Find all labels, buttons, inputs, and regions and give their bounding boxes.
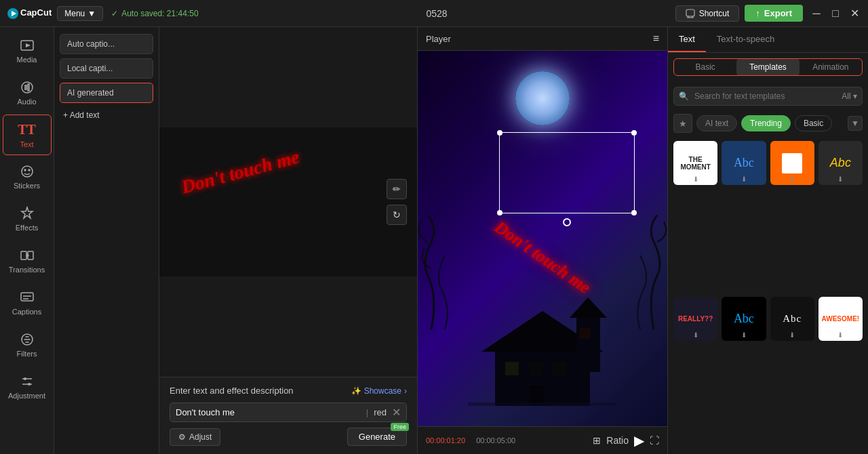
local-caption-button[interactable]: Local capti... bbox=[60, 58, 153, 79]
template-grid: THEMOMENT ⬇ Abc ⬇ ⬇ Abc ⬇ REALLY?? ⬇ bbox=[668, 136, 868, 454]
svg-rect-14 bbox=[21, 293, 33, 301]
template-6-download[interactable]: ⬇ bbox=[741, 331, 747, 339]
template-2-download[interactable]: ⬇ bbox=[741, 176, 747, 183]
ratio-button[interactable]: Ratio bbox=[606, 435, 629, 446]
template-3-download[interactable]: ⬇ bbox=[789, 176, 795, 183]
template-item-3[interactable]: ⬇ bbox=[770, 141, 814, 185]
tool-media[interactable]: Media bbox=[3, 30, 52, 71]
more-filters-button[interactable]: ▼ bbox=[848, 116, 863, 131]
template-7-download[interactable]: ⬇ bbox=[789, 331, 795, 339]
window-controls: ─ □ ✕ bbox=[810, 7, 861, 20]
filter-basic[interactable]: Basic bbox=[795, 115, 832, 131]
topbar: CapCut Menu ▼ ✓ Auto saved: 21:44:50 052… bbox=[0, 0, 868, 27]
search-input[interactable] bbox=[673, 87, 863, 106]
generate-title: Enter text and effect description bbox=[170, 386, 294, 396]
selection-handle-tl[interactable] bbox=[497, 130, 502, 136]
canvas-refresh-button[interactable]: ↻ bbox=[387, 205, 407, 225]
tool-stickers[interactable]: Stickers bbox=[3, 157, 52, 197]
svg-point-9 bbox=[22, 166, 33, 177]
showcase-link[interactable]: ✨ Showcase › bbox=[351, 386, 407, 396]
tab-animation[interactable]: Animation bbox=[800, 59, 862, 75]
main-area: Media Audio TT Text Stickers Effects Tra… bbox=[0, 27, 868, 454]
tool-adjustment[interactable]: Adjustment bbox=[3, 367, 52, 407]
horror-background: Don't touch me bbox=[418, 51, 667, 426]
template-item-7[interactable]: Abc ⬇ bbox=[770, 297, 814, 341]
adjust-button[interactable]: ⚙ Adjust bbox=[170, 428, 220, 446]
selection-rotate-handle[interactable] bbox=[563, 218, 571, 226]
tool-transitions[interactable]: Transitions bbox=[3, 241, 52, 281]
generate-color-input: red bbox=[374, 407, 387, 417]
player-header: Player ≡ bbox=[418, 27, 667, 51]
total-time: 00:00:05:00 bbox=[476, 436, 515, 445]
tab-templates[interactable]: Templates bbox=[736, 59, 799, 75]
svg-rect-26 bbox=[505, 362, 519, 375]
tab-tts[interactable]: Text-to-speech bbox=[706, 27, 785, 52]
generate-text-input[interactable] bbox=[176, 407, 361, 417]
svg-point-21 bbox=[28, 383, 31, 386]
canvas-preview: Don't touch me bbox=[159, 127, 417, 276]
selection-handle-tr[interactable] bbox=[631, 130, 637, 136]
ai-generated-button[interactable]: AI generated bbox=[60, 83, 153, 103]
filter-ai-text[interactable]: AI text bbox=[696, 115, 737, 131]
svg-point-10 bbox=[24, 169, 26, 171]
svg-rect-12 bbox=[21, 251, 26, 260]
tool-filters[interactable]: Filters bbox=[3, 325, 52, 365]
generate-header: Enter text and effect description ✨ Show… bbox=[170, 386, 407, 396]
shortcut-button[interactable]: Shortcut bbox=[675, 5, 740, 22]
tool-audio[interactable]: Audio bbox=[3, 73, 52, 113]
minimize-button[interactable]: ─ bbox=[810, 7, 823, 20]
template-5-download[interactable]: ⬇ bbox=[693, 331, 698, 339]
add-text-button[interactable]: + Add text bbox=[60, 107, 153, 123]
generate-panel: Enter text and effect description ✨ Show… bbox=[159, 377, 417, 454]
filter-trending[interactable]: Trending bbox=[741, 115, 791, 131]
player-video: Don't touch me bbox=[418, 51, 667, 426]
template-item-5[interactable]: REALLY?? ⬇ bbox=[673, 297, 717, 341]
svg-point-11 bbox=[28, 169, 30, 171]
svg-marker-7 bbox=[26, 43, 31, 47]
export-button[interactable]: ↑ Export bbox=[745, 5, 803, 22]
tool-effects[interactable]: Effects bbox=[3, 199, 52, 239]
tab-text[interactable]: Text bbox=[668, 27, 706, 52]
auto-caption-button[interactable]: Auto captio... bbox=[60, 34, 153, 54]
canvas-edit-button[interactable]: ✏ bbox=[387, 179, 407, 199]
generate-clear-button[interactable]: ✕ bbox=[392, 406, 401, 419]
selection-box[interactable] bbox=[499, 132, 635, 213]
menu-button[interactable]: Menu ▼ bbox=[57, 6, 103, 21]
tool-text[interactable]: TT Text bbox=[3, 115, 52, 155]
tool-captions[interactable]: Captions bbox=[3, 283, 52, 323]
template-tabs-container: Basic Templates Animation bbox=[673, 58, 863, 76]
house-svg bbox=[468, 297, 617, 406]
generate-button[interactable]: Free Generate bbox=[347, 428, 407, 446]
player-icons: ⊞ Ratio ▶ ⛶ bbox=[593, 432, 659, 449]
horror-text-overlay: Don't touch me bbox=[490, 217, 594, 298]
left-panel: Auto captio... Local capti... AI generat… bbox=[54, 27, 159, 454]
template-item-4[interactable]: Abc ⬇ bbox=[818, 141, 863, 185]
grid-view-button[interactable]: ⊞ bbox=[593, 435, 601, 446]
template-8-download[interactable]: ⬇ bbox=[837, 331, 843, 339]
player-menu-button[interactable]: ≡ bbox=[653, 33, 659, 45]
maximize-button[interactable]: □ bbox=[829, 7, 842, 20]
current-time: 00:00:01:20 bbox=[426, 436, 465, 445]
selection-handle-br[interactable] bbox=[631, 210, 637, 215]
svg-rect-2 bbox=[686, 9, 694, 16]
svg-point-8 bbox=[22, 82, 33, 93]
fullscreen-button[interactable]: ⛶ bbox=[650, 435, 659, 446]
favorites-button[interactable]: ★ bbox=[673, 114, 692, 133]
free-badge: Free bbox=[391, 423, 409, 431]
template-1-download[interactable]: ⬇ bbox=[693, 176, 698, 183]
template-4-download[interactable]: ⬇ bbox=[837, 176, 843, 183]
player-title: Player bbox=[426, 34, 451, 44]
tab-basic[interactable]: Basic bbox=[674, 59, 736, 75]
close-button[interactable]: ✕ bbox=[848, 7, 861, 20]
template-item-6[interactable]: Abc ⬇ bbox=[722, 297, 766, 341]
template-item-1[interactable]: THEMOMENT ⬇ bbox=[673, 141, 717, 185]
template-item-8[interactable]: AWESOME! ⬇ bbox=[818, 297, 863, 341]
filter-button[interactable]: All ▾ bbox=[842, 91, 857, 101]
svg-rect-28 bbox=[553, 362, 566, 375]
template-item-2[interactable]: Abc ⬇ bbox=[722, 141, 766, 185]
left-toolbar: Media Audio TT Text Stickers Effects Tra… bbox=[0, 27, 54, 454]
project-id: 0528 bbox=[199, 8, 675, 19]
svg-rect-27 bbox=[529, 362, 542, 375]
selection-handle-bl[interactable] bbox=[497, 210, 502, 215]
play-button[interactable]: ▶ bbox=[634, 432, 644, 449]
